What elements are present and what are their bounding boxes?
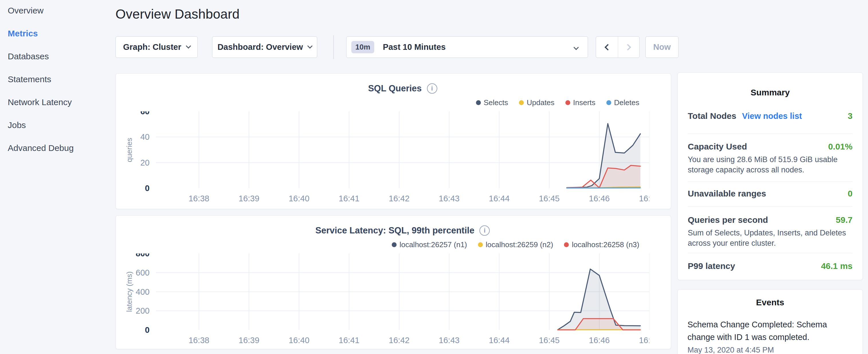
graph-dropdown-label: Graph: Cluster (123, 42, 181, 52)
total-nodes-value: 3 (848, 111, 852, 121)
svg-text:16:38: 16:38 (189, 194, 210, 203)
sql-queries-plot[interactable]: 020406016:3816:3916:4016:4116:4216:4316:… (124, 111, 649, 206)
now-button-label: Now (653, 42, 671, 52)
svg-text:600: 600 (136, 268, 150, 277)
dashboard-dropdown-label: Dashboard: Overview (217, 42, 303, 52)
svg-text:16:45: 16:45 (539, 194, 560, 203)
svg-text:0: 0 (145, 184, 150, 193)
legend-item: Deletes (607, 98, 639, 107)
events-title: Events (678, 297, 863, 307)
info-icon[interactable]: i (427, 83, 437, 94)
sidebar-item-jobs[interactable]: Jobs (8, 121, 111, 129)
p99-latency-label: P99 latency (688, 261, 735, 271)
dashboard-dropdown[interactable]: Dashboard: Overview (212, 36, 317, 58)
legend-item: localhost:26257 (n1) (392, 240, 467, 249)
graph-dropdown[interactable]: Graph: Cluster (116, 36, 198, 58)
summary-title: Summary (678, 88, 863, 97)
unavailable-ranges-value: 0 (848, 189, 852, 198)
event-item[interactable]: Schema Change Completed: Schema change w… (678, 318, 863, 354)
p99-latency-value: 46.1 ms (821, 261, 852, 271)
capacity-value: 0.01% (828, 142, 852, 152)
svg-text:16:44: 16:44 (489, 336, 510, 345)
qps-caption: Sum of Selects, Updates, Inserts, and De… (688, 228, 852, 248)
svg-text:16:43: 16:43 (439, 194, 460, 203)
capacity-caption: You are using 28.6 MiB of 515.9 GiB usab… (688, 154, 852, 175)
time-forward-button[interactable] (618, 37, 640, 58)
sidebar-item-statements[interactable]: Statements (8, 75, 111, 84)
chevron-left-icon (604, 44, 611, 51)
summary-row-p99: P99 latency 46.1 ms (688, 253, 852, 280)
time-range-dropdown[interactable]: 10m Past 10 Minutes (346, 36, 588, 58)
svg-text:16:42: 16:42 (389, 336, 410, 345)
summary-row-total-nodes: Total Nodes View nodes list 3 (688, 97, 852, 134)
sidebar: OverviewMetricsDatabasesStatementsNetwor… (8, 6, 111, 167)
events-panel: Events Schema Change Completed: Schema c… (677, 289, 863, 354)
series-dot-icon (565, 100, 570, 105)
info-icon[interactable]: i (479, 225, 490, 236)
svg-text:16:42: 16:42 (389, 194, 410, 203)
svg-text:16:40: 16:40 (288, 336, 309, 345)
series-dot-icon (519, 100, 524, 105)
chevron-down-icon (186, 43, 191, 49)
sidebar-item-metrics[interactable]: Metrics (8, 29, 111, 38)
svg-text:16:43: 16:43 (439, 336, 460, 345)
svg-text:60: 60 (141, 111, 150, 116)
now-button[interactable]: Now (645, 36, 679, 58)
sql-queries-chart-card: SQL Queries i SelectsUpdatesInsertsDelet… (116, 73, 671, 209)
summary-row-capacity: Capacity Used 0.01% You are using 28.6 M… (688, 134, 852, 182)
chevron-down-icon (574, 45, 579, 50)
svg-text:16:45: 16:45 (539, 336, 560, 345)
svg-text:16:39: 16:39 (239, 336, 260, 345)
svg-text:16:40: 16:40 (288, 194, 309, 203)
svg-text:16:47: 16:47 (639, 194, 649, 203)
chart-legend: localhost:26257 (n1)localhost:26259 (n2)… (392, 240, 639, 249)
view-nodes-list-link[interactable]: View nodes list (742, 111, 802, 121)
qps-label: Queries per second (688, 215, 768, 225)
svg-text:16:46: 16:46 (589, 194, 610, 203)
service-latency-plot[interactable]: 020040060080016:3816:3916:4016:4116:4216… (124, 254, 649, 348)
sidebar-item-network-latency[interactable]: Network Latency (8, 98, 111, 106)
time-range-label: Past 10 Minutes (383, 42, 445, 52)
svg-text:200: 200 (136, 306, 150, 315)
svg-text:16:46: 16:46 (589, 336, 610, 345)
series-dot-icon (392, 242, 397, 247)
chevron-down-icon (307, 43, 312, 49)
legend-item: Selects (476, 98, 508, 107)
legend-item: Inserts (565, 98, 595, 107)
svg-text:16:39: 16:39 (239, 194, 260, 203)
svg-text:16:41: 16:41 (339, 336, 360, 345)
chart-title: SQL Queries (368, 83, 422, 94)
time-step-buttons (596, 36, 640, 58)
page-title: Overview Dashboard (116, 6, 240, 22)
svg-text:16:44: 16:44 (489, 194, 510, 203)
legend-item: Updates (519, 98, 555, 107)
svg-text:16:41: 16:41 (339, 194, 360, 203)
svg-text:20: 20 (141, 158, 150, 167)
service-latency-chart-card: Service Latency: SQL, 99th percentile i … (116, 215, 671, 349)
divider (333, 35, 334, 59)
sidebar-item-databases[interactable]: Databases (8, 52, 111, 61)
series-dot-icon (476, 100, 481, 105)
summary-panel: Summary Total Nodes View nodes list 3 Ca… (677, 72, 863, 280)
summary-row-qps: Queries per second 59.7 Sum of Selects, … (688, 206, 852, 253)
svg-text:16:47: 16:47 (639, 336, 649, 345)
svg-text:400: 400 (136, 287, 150, 296)
event-text: Schema Change Completed: Schema change w… (687, 318, 853, 344)
qps-value: 59.7 (836, 215, 852, 225)
chevron-right-icon (624, 44, 631, 51)
svg-text:800: 800 (136, 254, 150, 258)
sidebar-item-overview[interactable]: Overview (8, 6, 111, 15)
summary-row-unavailable: Unavailable ranges 0 (688, 182, 852, 206)
svg-text:16:38: 16:38 (189, 336, 210, 345)
sidebar-item-advanced-debug[interactable]: Advanced Debug (8, 144, 111, 152)
time-back-button[interactable] (596, 37, 618, 58)
legend-item: localhost:26258 (n3) (564, 240, 639, 249)
time-range-badge: 10m (351, 41, 374, 53)
series-dot-icon (607, 100, 611, 105)
chart-legend: SelectsUpdatesInsertsDeletes (476, 98, 639, 107)
legend-item: localhost:26259 (n2) (478, 240, 553, 249)
svg-text:40: 40 (141, 132, 150, 141)
event-timestamp: May 13, 2020 at 4:45 PM (687, 346, 853, 354)
svg-text:0: 0 (145, 325, 150, 334)
unavailable-ranges-label: Unavailable ranges (688, 189, 766, 198)
